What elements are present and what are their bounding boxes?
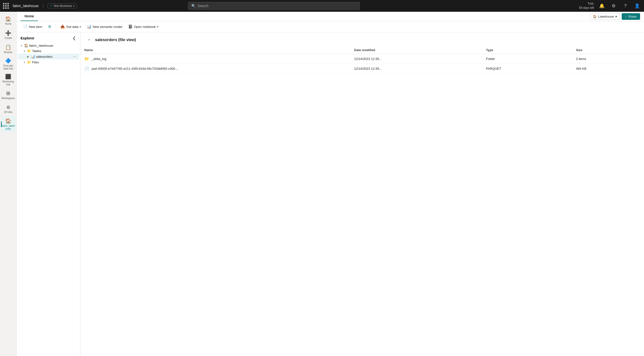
col-type: Type bbox=[482, 46, 572, 54]
files-folder-icon: 📁 bbox=[27, 60, 31, 64]
table-row[interactable]: 📄 part-00000-e7d47785-e211-43f9-816d-06c… bbox=[80, 64, 644, 74]
workspaces-icon: ⊞ bbox=[6, 90, 10, 96]
col-date: Date modified bbox=[350, 46, 482, 54]
col-name: Name bbox=[80, 46, 350, 54]
file-view-header: ← salesorders (file view) bbox=[80, 32, 644, 46]
create-icon: ➕ bbox=[5, 30, 11, 36]
new-item-button[interactable]: 📄 New item bbox=[20, 23, 44, 30]
onelake-icon: 🔷 bbox=[5, 58, 11, 64]
dp60x-icon: ⚙ bbox=[6, 105, 10, 110]
tree-tables[interactable]: ▾ 📁 Tables bbox=[18, 48, 79, 54]
tab-home[interactable]: Home bbox=[20, 12, 38, 21]
new-item-icon: 📄 bbox=[23, 24, 28, 29]
sidebar-item-fabric-lakehouse[interactable]: 🏠 fabric_lakeh ouse bbox=[1, 117, 16, 132]
file-type: PARQUET bbox=[482, 64, 572, 74]
trial-info: Trial: 59 days left bbox=[579, 2, 594, 10]
classification-badge[interactable]: 🛡 Non-Business ▾ bbox=[48, 3, 77, 8]
search-icon: 🔍 bbox=[192, 4, 196, 8]
explorer-header: Explorer ❮ bbox=[17, 32, 80, 43]
sidebar-item-browse[interactable]: 📋 Browse bbox=[1, 42, 16, 56]
explorer-close-button[interactable]: ❮ bbox=[72, 35, 76, 41]
shield-icon: 🛡 bbox=[50, 4, 53, 7]
folder-row-icon: 📁 bbox=[84, 56, 89, 61]
monitoring-icon: ⬛ bbox=[5, 74, 11, 80]
sidebar-item-home[interactable]: 🏠 Home bbox=[1, 14, 16, 27]
sidebar-item-workspaces[interactable]: ⊞ Workspaces bbox=[1, 88, 16, 102]
root-chevron-icon: ▾ bbox=[20, 44, 23, 47]
file-date: 12/14/2023 12:39... bbox=[350, 54, 482, 64]
lakehouse-chevron-icon: ▾ bbox=[615, 15, 617, 18]
sidebar-icons: 🏠 Home ➕ Create 📋 Browse 🔷 OneLake data … bbox=[0, 12, 17, 356]
open-notebook-button[interactable]: 📓 Open notebook ▾ bbox=[126, 23, 161, 30]
explorer-panel: Explorer ❮ ▾ 🏠 fabric_lakehouse ▾ 📁 Tabl… bbox=[17, 32, 80, 356]
tables-chevron-icon: ▾ bbox=[22, 50, 26, 52]
home-icon: 🏠 bbox=[5, 16, 11, 22]
file-name: part-00000-e7d47785-e211-43f9-816d-06c70… bbox=[92, 67, 179, 70]
file-date: 12/14/2023 12:39... bbox=[350, 64, 482, 74]
new-semantic-model-button[interactable]: 📊 New semantic model bbox=[84, 23, 125, 30]
file-type: Folder bbox=[482, 54, 572, 64]
explorer-title: Explorer bbox=[20, 36, 34, 40]
sidebar-onelake-label: OneLake data hub bbox=[2, 64, 15, 70]
account-button[interactable]: 👤 bbox=[633, 2, 641, 10]
file-view-title: salesorders (file view) bbox=[95, 38, 136, 42]
tables-folder-icon: 📁 bbox=[27, 49, 31, 53]
sidebar-monitoring-label: Monitoring hub bbox=[2, 80, 15, 86]
fabric-lakehouse-icon: 🏠 bbox=[5, 118, 11, 124]
share-icon: ↑ bbox=[625, 15, 627, 18]
search-bar[interactable]: 🔍 bbox=[188, 2, 360, 10]
tab-right-btns: 🏠 Lakehouse ▾ ↑ Share bbox=[590, 13, 640, 20]
settings-toolbar-button[interactable]: ⚙ bbox=[46, 23, 54, 30]
tree-files[interactable]: ▾ 📁 Files bbox=[18, 59, 79, 65]
search-input[interactable] bbox=[198, 4, 356, 8]
file-size: 2 items bbox=[572, 54, 644, 64]
sidebar-home-label: Home bbox=[5, 22, 12, 25]
tab-bar: Home 🏠 Lakehouse ▾ ↑ Share bbox=[17, 12, 644, 21]
sidebar-browse-label: Browse bbox=[4, 51, 12, 54]
col-size: Size bbox=[572, 46, 644, 54]
back-button[interactable]: ← bbox=[86, 36, 93, 43]
toolbar: 📄 New item ⚙ 📥 Get data ▾ 📊 New semantic… bbox=[17, 21, 644, 32]
file-view: ← salesorders (file view) Name Date modi… bbox=[80, 32, 644, 356]
file-table: Name Date modified Type Size 📁 _delta_lo… bbox=[80, 46, 644, 74]
sidebar-create-label: Create bbox=[4, 37, 12, 40]
salesorders-chevron-icon: ▶ bbox=[26, 55, 30, 58]
lakehouse-icon: 🏠 bbox=[593, 15, 597, 18]
sidebar-item-create[interactable]: ➕ Create bbox=[1, 28, 16, 42]
badge-chevron-icon: ▾ bbox=[73, 5, 74, 7]
root-icon: 🏠 bbox=[24, 43, 28, 47]
browse-icon: 📋 bbox=[5, 44, 11, 50]
app-grid-icon[interactable] bbox=[3, 3, 9, 9]
sidebar-item-onelake[interactable]: 🔷 OneLake data hub bbox=[1, 56, 16, 72]
main-layout: 🏠 Home ➕ Create 📋 Browse 🔷 OneLake data … bbox=[0, 12, 644, 356]
topbar-right: Trial: 59 days left 🔔 ⚙ ? 👤 bbox=[579, 2, 641, 10]
file-name: _delta_log bbox=[92, 57, 106, 61]
topbar: fabric_lakehouse | 🛡 Non-Business ▾ 🔍 Tr… bbox=[0, 0, 644, 12]
settings-button[interactable]: ⚙ bbox=[610, 2, 618, 10]
table-row[interactable]: 📁 _delta_log 12/14/2023 12:39... Folder … bbox=[80, 54, 644, 64]
notebook-chevron-icon: ▾ bbox=[157, 25, 158, 28]
sidebar-workspaces-label: Workspaces bbox=[2, 97, 15, 100]
notebook-icon: 📓 bbox=[128, 24, 133, 29]
salesorders-more-button[interactable]: ··· bbox=[72, 54, 77, 59]
help-button[interactable]: ? bbox=[622, 2, 629, 10]
file-row-icon: 📄 bbox=[84, 66, 89, 71]
get-data-icon: 📥 bbox=[60, 24, 65, 29]
sidebar-dp60x-label: DP-60x bbox=[4, 111, 12, 114]
get-data-button[interactable]: 📥 Get data ▾ bbox=[58, 23, 83, 30]
settings-toolbar-icon: ⚙ bbox=[48, 24, 51, 29]
tree-salesorders[interactable]: ▶ 📊 salesorders ··· bbox=[18, 54, 79, 59]
salesorders-table-icon: 📊 bbox=[31, 55, 35, 58]
sidebar-item-dp60x[interactable]: ⚙ DP-60x bbox=[1, 102, 16, 116]
files-chevron-icon: ▾ bbox=[22, 61, 26, 64]
sidebar-fabric-lakehouse-label: fabric_lakeh ouse bbox=[2, 125, 15, 130]
file-size: 494 KB bbox=[572, 64, 644, 74]
get-data-chevron-icon: ▾ bbox=[80, 25, 81, 28]
notifications-button[interactable]: 🔔 bbox=[598, 2, 606, 10]
sidebar-item-monitoring[interactable]: ⬛ Monitoring hub bbox=[1, 72, 16, 88]
share-button[interactable]: ↑ Share bbox=[622, 13, 640, 20]
tree-root[interactable]: ▾ 🏠 fabric_lakehouse bbox=[18, 43, 79, 48]
app-name: fabric_lakehouse bbox=[13, 4, 39, 8]
semantic-model-icon: 📊 bbox=[87, 24, 92, 29]
lakehouse-dropdown-button[interactable]: 🏠 Lakehouse ▾ bbox=[590, 13, 620, 20]
